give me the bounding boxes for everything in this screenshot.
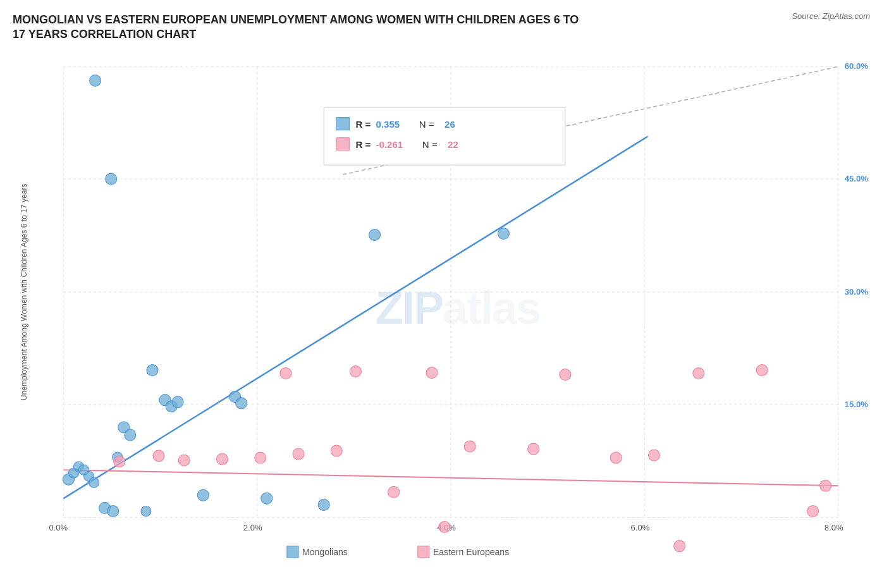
svg-point-66 xyxy=(674,540,685,551)
svg-point-40 xyxy=(197,489,209,501)
svg-point-63 xyxy=(610,452,622,463)
svg-text:R =: R = xyxy=(355,119,371,130)
svg-point-59 xyxy=(464,441,475,452)
svg-rect-71 xyxy=(336,117,349,130)
svg-point-58 xyxy=(426,367,438,378)
svg-point-37 xyxy=(172,396,183,407)
svg-text:6.0%: 6.0% xyxy=(631,522,650,532)
svg-point-23 xyxy=(90,75,101,86)
svg-point-67 xyxy=(756,364,768,376)
svg-rect-83 xyxy=(418,546,429,557)
svg-point-42 xyxy=(141,506,151,516)
svg-point-25 xyxy=(369,229,380,240)
svg-text:26: 26 xyxy=(445,119,455,130)
svg-point-52 xyxy=(255,452,266,463)
svg-text:Eastern Europeans: Eastern Europeans xyxy=(433,547,509,557)
svg-text:Mongolians: Mongolians xyxy=(302,547,348,557)
chart-title: MONGOLIAN VS EASTERN EUROPEAN UNEMPLOYME… xyxy=(13,13,582,42)
svg-point-44 xyxy=(236,397,247,408)
svg-text:30.0%: 30.0% xyxy=(845,287,868,297)
svg-text:R =: R = xyxy=(355,139,371,150)
svg-rect-81 xyxy=(287,546,298,557)
svg-line-20 xyxy=(63,137,647,499)
svg-text:60.0%: 60.0% xyxy=(845,61,868,71)
svg-point-41 xyxy=(261,493,273,504)
chart-area: ZIPatlas 60.0% 45.0% 30.0% 15.0% 0.0% xyxy=(13,49,870,567)
svg-text:15.0%: 15.0% xyxy=(845,399,868,408)
svg-text:N =: N = xyxy=(419,119,434,130)
svg-point-57 xyxy=(388,486,400,498)
svg-point-68 xyxy=(807,505,819,517)
svg-point-51 xyxy=(216,453,228,465)
svg-text:N =: N = xyxy=(422,139,438,150)
svg-point-24 xyxy=(106,173,117,185)
svg-point-69 xyxy=(820,480,831,491)
svg-text:8.0%: 8.0% xyxy=(825,522,843,532)
svg-point-45 xyxy=(318,499,329,510)
svg-text:2.0%: 2.0% xyxy=(243,522,262,532)
svg-point-60 xyxy=(439,521,450,532)
svg-point-54 xyxy=(280,367,291,379)
svg-point-61 xyxy=(528,443,539,455)
scatter-chart: 60.0% 45.0% 30.0% 15.0% 0.0% 2.0% 4.0% 6… xyxy=(13,49,870,567)
svg-point-39 xyxy=(107,505,119,517)
svg-point-65 xyxy=(693,367,704,379)
svg-point-46 xyxy=(147,364,158,376)
svg-rect-70 xyxy=(324,107,565,164)
svg-point-50 xyxy=(178,455,190,466)
svg-point-53 xyxy=(293,448,304,460)
svg-point-26 xyxy=(498,228,509,239)
svg-point-34 xyxy=(125,429,136,441)
svg-text:45.0%: 45.0% xyxy=(845,174,868,183)
svg-point-55 xyxy=(331,445,342,456)
svg-text:Unemployment Among Women with : Unemployment Among Women with Children A… xyxy=(20,183,28,400)
svg-text:-0.261: -0.261 xyxy=(376,139,403,150)
svg-text:0.0%: 0.0% xyxy=(49,522,68,532)
svg-point-32 xyxy=(89,477,99,487)
svg-rect-76 xyxy=(336,138,349,150)
source-text: Source: ZipAtlas.com xyxy=(792,11,870,21)
svg-point-62 xyxy=(560,369,571,380)
svg-point-48 xyxy=(114,456,125,467)
svg-point-64 xyxy=(648,450,659,461)
svg-text:0.355: 0.355 xyxy=(376,119,400,130)
svg-point-49 xyxy=(153,450,164,462)
svg-point-56 xyxy=(350,365,361,377)
page-container: MONGOLIAN VS EASTERN EUROPEAN UNEMPLOYME… xyxy=(0,0,889,588)
svg-text:22: 22 xyxy=(448,139,458,150)
